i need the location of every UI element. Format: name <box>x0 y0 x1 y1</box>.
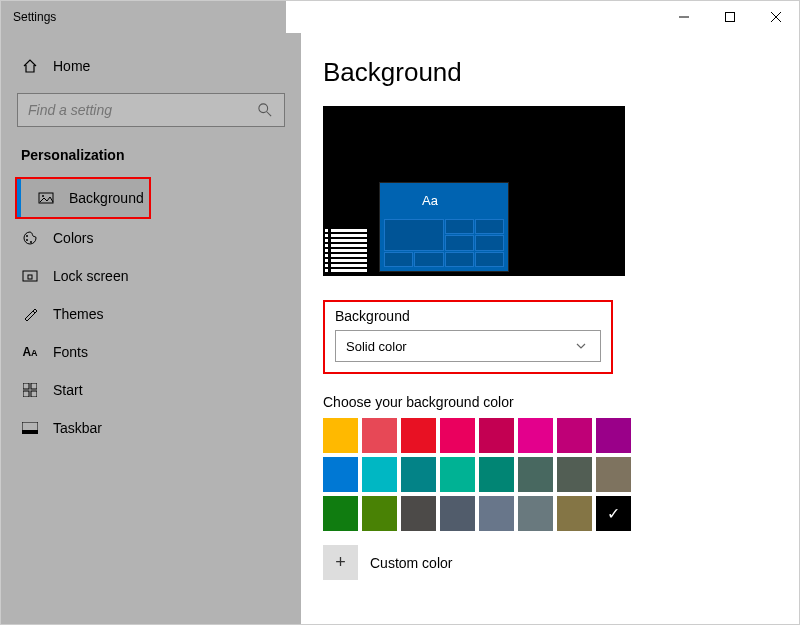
home-nav[interactable]: Home <box>1 47 301 85</box>
color-swatch[interactable] <box>596 457 631 492</box>
titlebar: Settings <box>1 1 799 33</box>
color-swatch[interactable] <box>362 457 397 492</box>
nav-item-fonts[interactable]: AA Fonts <box>1 333 301 371</box>
picture-icon <box>37 189 55 207</box>
plus-icon: + <box>335 552 346 573</box>
svg-rect-12 <box>28 275 32 279</box>
color-swatch[interactable] <box>323 496 358 531</box>
dropdown-value: Solid color <box>346 339 407 354</box>
close-button[interactable] <box>753 1 799 33</box>
chevron-down-icon <box>572 337 590 355</box>
nav-label: Taskbar <box>53 420 102 436</box>
search-input[interactable] <box>28 102 256 118</box>
choose-color-label: Choose your background color <box>323 394 767 410</box>
svg-point-8 <box>26 235 28 237</box>
background-dropdown-label: Background <box>335 308 601 324</box>
color-swatch[interactable] <box>440 457 475 492</box>
desktop-preview: Aa <box>323 106 625 276</box>
search-icon <box>256 101 274 119</box>
nav-item-lock-screen[interactable]: Lock screen <box>1 257 301 295</box>
svg-point-9 <box>26 239 28 241</box>
maximize-button[interactable] <box>707 1 753 33</box>
nav-label: Start <box>53 382 83 398</box>
color-swatch[interactable] <box>596 418 631 453</box>
svg-rect-15 <box>23 391 29 397</box>
color-swatch[interactable] <box>557 418 592 453</box>
svg-point-4 <box>259 104 268 113</box>
nav-item-colors[interactable]: Colors <box>1 219 301 257</box>
color-swatch[interactable] <box>518 457 553 492</box>
taskbar-icon <box>21 419 39 437</box>
svg-point-7 <box>42 195 44 197</box>
sidebar: Home Personalization Background <box>1 33 301 624</box>
color-swatch[interactable] <box>401 496 436 531</box>
color-swatch[interactable] <box>440 496 475 531</box>
fonts-icon: AA <box>21 343 39 361</box>
home-icon <box>21 57 39 75</box>
minimize-button[interactable] <box>661 1 707 33</box>
custom-color-label: Custom color <box>370 555 452 571</box>
color-swatch[interactable] <box>479 457 514 492</box>
color-swatch[interactable] <box>479 496 514 531</box>
nav-label: Themes <box>53 306 104 322</box>
home-label: Home <box>53 58 90 74</box>
nav-label: Colors <box>53 230 93 246</box>
color-swatch[interactable] <box>323 457 358 492</box>
preview-sample-text: Aa <box>422 193 438 208</box>
color-swatch[interactable] <box>518 496 553 531</box>
color-swatch[interactable] <box>323 418 358 453</box>
color-swatch[interactable] <box>479 418 514 453</box>
start-icon <box>21 381 39 399</box>
nav-label: Fonts <box>53 344 88 360</box>
page-title: Background <box>323 57 767 88</box>
window-title: Settings <box>1 10 56 24</box>
color-swatch[interactable] <box>557 457 592 492</box>
nav-item-taskbar[interactable]: Taskbar <box>1 409 301 447</box>
custom-color-button[interactable]: + <box>323 545 358 580</box>
svg-point-10 <box>30 241 32 243</box>
nav-item-themes[interactable]: Themes <box>1 295 301 333</box>
color-swatch[interactable]: ✓ <box>596 496 631 531</box>
color-swatch[interactable] <box>401 457 436 492</box>
svg-rect-16 <box>31 391 37 397</box>
themes-icon <box>21 305 39 323</box>
svg-rect-13 <box>23 383 29 389</box>
nav-label: Lock screen <box>53 268 128 284</box>
check-icon: ✓ <box>596 496 631 531</box>
color-swatch[interactable] <box>362 418 397 453</box>
svg-rect-14 <box>31 383 37 389</box>
color-swatch[interactable] <box>401 418 436 453</box>
nav-item-start[interactable]: Start <box>1 371 301 409</box>
background-dropdown[interactable]: Solid color <box>335 330 601 362</box>
color-swatch[interactable] <box>362 496 397 531</box>
category-header: Personalization <box>1 141 301 177</box>
search-box[interactable] <box>17 93 285 127</box>
color-swatch-grid: ✓ <box>323 418 631 531</box>
main-content: Background Aa Background <box>301 33 799 624</box>
color-swatch[interactable] <box>557 496 592 531</box>
nav-label: Background <box>69 190 144 206</box>
color-swatch[interactable] <box>518 418 553 453</box>
palette-icon <box>21 229 39 247</box>
lock-screen-icon <box>21 267 39 285</box>
svg-line-5 <box>267 112 271 116</box>
color-swatch[interactable] <box>440 418 475 453</box>
svg-rect-18 <box>22 430 38 434</box>
svg-rect-1 <box>726 13 735 22</box>
nav-item-background[interactable]: Background <box>17 179 149 217</box>
